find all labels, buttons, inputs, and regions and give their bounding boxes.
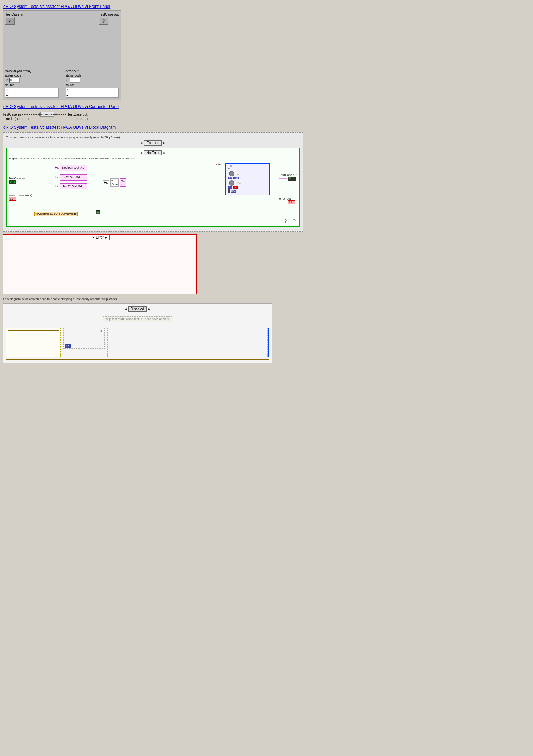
conn-dash-4: [64, 119, 74, 119]
conn-dash-1: [22, 114, 39, 115]
left-arrow-icon[interactable]: ◄: [140, 141, 143, 145]
right-arrow-icon[interactable]: ►: [163, 141, 166, 145]
int32-out-label[interactable]: Int32 Out %d: [60, 174, 87, 181]
error-out-box: error out status code ✓ 0 source ▲ ▼: [66, 69, 119, 98]
error-in-value: 2∙1: [9, 197, 16, 201]
red-case-header: ◄ Error ►: [90, 235, 110, 240]
fp-spacer: [5, 27, 119, 68]
enabled-btn[interactable]: Enabled: [144, 140, 162, 146]
bd-enabled-bar: ◄ Enabled ►: [6, 140, 300, 146]
zero-block: I: [228, 189, 230, 193]
red-case-structure: ◄ Error ►: [3, 234, 197, 294]
i32-row: I32 U64: [228, 177, 268, 179]
i0-n-label: I0─N: [216, 163, 222, 166]
error-in-box: error in (no error) status code ✓ 0 sour…: [5, 69, 59, 98]
error-out-check: ✓: [66, 78, 69, 83]
disabled-inner: ► |◄: [6, 328, 269, 357]
conn-dash-2: [56, 114, 66, 115]
uint32-out-label[interactable]: Uint32 Out %d: [60, 183, 87, 189]
bd-right-ports: TestCase out ──── 0B1 error out ──── 2: [279, 161, 297, 216]
uint32-out-block: ⊢N Uint32 Out %d: [55, 183, 88, 189]
tc-out-value: 0B1: [288, 177, 295, 181]
front-panel-title: cRIO System Tests.lvclass:test FPGA UDVs…: [3, 4, 530, 9]
conn-dash-3: [30, 119, 47, 119]
disabled-left-arrow[interactable]: ◄: [124, 307, 127, 311]
u64-badge-1: U64: [233, 177, 239, 179]
green-case-structure: ◄ No Error ► Targets/Controller/Custom D…: [6, 148, 300, 227]
io-label-i0: I─: [228, 165, 229, 170]
i-label-2: I: [228, 182, 228, 184]
block-diagram: This diagram is for convenience to enabl…: [3, 132, 530, 363]
bottom-row-blue: I U64: [228, 189, 268, 193]
error-out-label: error out: [66, 69, 79, 73]
error-in-code-input[interactable]: 0: [9, 78, 20, 83]
conn-box-subroutine: (subroutine): [40, 112, 54, 117]
main-content: cRIO System Tests.lvclass:test FPGA UDVs…: [0, 0, 533, 367]
case-path-label: Targets/Controller/Custom Devices/Scan E…: [9, 157, 297, 160]
conversion-area: ⊢N To From Out In: [103, 178, 126, 187]
enabled-label: Enabled: [147, 141, 159, 145]
error-in-source-box: ▲ ▼: [5, 88, 59, 98]
question-marks-area: ? ?: [9, 218, 297, 224]
tc-in-value: 0B3: [9, 180, 16, 184]
ie4-badge-2: IE4: [233, 186, 238, 189]
disabled-right-arrow[interactable]: ►: [148, 307, 151, 311]
no-error-right-arrow[interactable]: ►: [163, 151, 166, 155]
connector-row-1: TestCase in (subroutine) TestCase out: [3, 112, 530, 117]
error-case-label: Error: [96, 235, 103, 239]
blue-inner-block: I─ N I ─IE4─ I32 U64: [225, 163, 270, 195]
testcase-out-port: TestCase out ──── 0B1: [279, 173, 297, 181]
code-label-in: code: [14, 74, 21, 77]
conn-testcase-out: TestCase out: [67, 113, 87, 116]
connector-pane: TestCase in (subroutine) TestCase out er…: [3, 112, 530, 121]
disabled-diagram-label: This diagram is for convenience to enabl…: [3, 297, 530, 301]
source-label-in: source: [5, 83, 59, 87]
error-in-values: ✓ 0: [5, 78, 59, 83]
disabled-left-box: [6, 328, 61, 357]
testcase-in-port: TestCase in 0B3 ────: [9, 177, 32, 184]
question-mark-1: ?: [282, 218, 288, 224]
n-block: ⊢N: [103, 180, 109, 185]
olive-bar-main: [6, 359, 269, 360]
error-out-port: error out ──── 2∙1: [279, 197, 297, 204]
bool-indicator: ■: [96, 210, 100, 214]
code-label-out: code: [75, 74, 82, 77]
fp-error-section: error in (no error) status code ✓ 0 sour…: [5, 69, 119, 98]
i-label-1: I: [228, 173, 228, 175]
bd-label-enabled: This diagram is for convenience to enabl…: [6, 136, 300, 139]
error-out-fields: status code: [66, 74, 119, 77]
conn-testcase-in: TestCase in: [3, 113, 21, 116]
tc-in-label: TestCase in: [9, 177, 32, 180]
source-label-out: source: [66, 83, 119, 87]
status-label-in: status: [5, 74, 13, 77]
skip-text-container: skip test result while test is under dev…: [6, 314, 269, 325]
testcase-in-control: TestCase in ✓: [5, 13, 23, 25]
error-out-code-input[interactable]: 0: [70, 78, 80, 83]
boolean-out-label[interactable]: Boolean Out %d: [60, 165, 87, 171]
connector-row-2: error in (no error) error out: [3, 117, 530, 121]
bd-outer-enabled: This diagram is for convenience to enabl…: [3, 132, 303, 232]
disabled-right-inner: [107, 328, 268, 357]
middle-arrow: ►: [100, 329, 103, 333]
error-in-bd-label: error in (no error): [9, 194, 32, 197]
no-error-btn[interactable]: No Error: [144, 150, 162, 155]
error-in-port: error in (no error) 2∙1 ────: [9, 194, 32, 201]
boolean-out-block: ⊢N Boolean Out %d: [55, 165, 88, 171]
disabled-case-structure: ◄ Disabled ► skip test result while test…: [3, 303, 272, 363]
olive-bar-bottom: [8, 330, 59, 331]
disabled-btn[interactable]: Disabled: [128, 306, 147, 312]
testcase-in-btn[interactable]: ✓: [5, 17, 15, 25]
no-error-left-arrow[interactable]: ◄: [140, 151, 143, 155]
int32-out-block: ⊢N Int32 Out %d: [55, 174, 88, 181]
disabled-label: Disabled: [131, 307, 144, 311]
disabled-right-area: [107, 328, 269, 357]
status-label-out: status: [66, 74, 74, 77]
error-out-source-box: ▲ ▼: [66, 88, 119, 98]
disabled-middle-box: ► |◄: [63, 328, 105, 349]
blue-right-block: I─ N I ─IE4─ I32 U64: [225, 163, 270, 195]
testcase-in-label: TestCase in: [5, 13, 23, 16]
bd-full-row: TestCase in 0B3 ──── error in (no error)…: [9, 161, 297, 216]
testcase-out-control: TestCase out ?: [99, 13, 119, 25]
gear-row-1: I ─IE4─: [228, 171, 268, 176]
gear-2-icon: [229, 180, 234, 186]
